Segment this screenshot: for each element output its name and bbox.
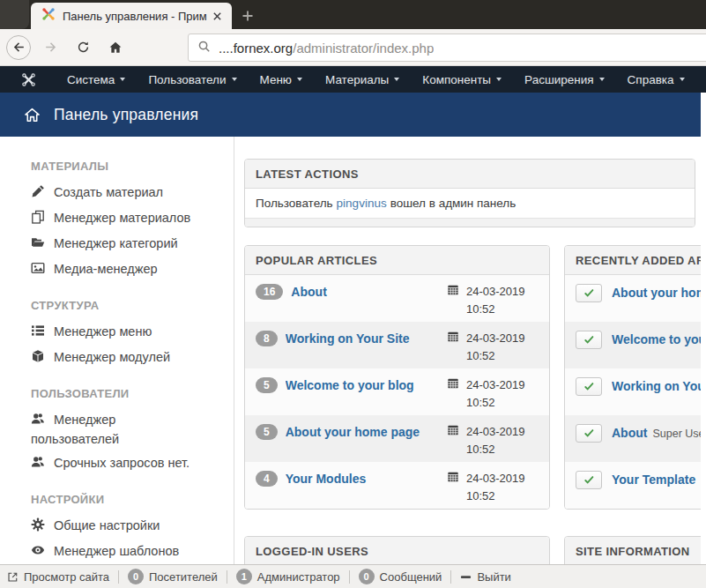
sidebar-section-title: СТРУКТУРА	[31, 299, 216, 312]
panel-latest-actions: LATEST ACTIONS Пользовательpingvinusвоше…	[244, 159, 695, 227]
article-link[interactable]: Your Modules	[286, 471, 447, 486]
time-value: 10:52	[466, 396, 539, 409]
article-date: 24-03-2019 10:52	[447, 284, 539, 316]
menu-system[interactable]: Система	[56, 66, 137, 93]
sidebar-item-label: Менеджер материалов	[54, 211, 190, 225]
panel-popular-articles: POPULAR ARTICLES 16 About 24-03-2019 10:…	[244, 245, 550, 510]
browser-home-button[interactable]	[103, 35, 128, 60]
gear-icon	[31, 517, 46, 536]
article-date: 24-03-2019 10:52	[447, 377, 539, 409]
date-value: 24-03-2019	[466, 331, 525, 345]
divider	[349, 570, 350, 584]
divider	[227, 570, 227, 584]
publish-check-button[interactable]	[576, 471, 602, 489]
sidebar-item-user-manager[interactable]: Менеджер пользователей	[31, 411, 207, 448]
article-link[interactable]: About your home page	[286, 424, 447, 439]
article-link[interactable]: About	[291, 284, 447, 299]
chevron-down-icon	[232, 78, 237, 81]
sidebar-item-new-article[interactable]: Создать материал	[31, 183, 207, 203]
sidebar-item-media-manager[interactable]: Медиа-менеджер	[31, 260, 207, 279]
sidebar-item-category-manager[interactable]: Менеджер категорий	[31, 234, 207, 254]
sidebar-item-label: Медиа-менеджер	[54, 262, 158, 276]
url-bar[interactable]: ....fornex.org/administrator/index.php	[188, 33, 706, 62]
joomla-logo-icon	[21, 72, 36, 87]
menu-help[interactable]: Справка	[616, 66, 696, 93]
article-link[interactable]: About your home page	[612, 286, 706, 300]
calendar-icon	[447, 377, 459, 392]
publish-check-button[interactable]	[576, 331, 602, 349]
menu-menus[interactable]: Меню	[249, 66, 315, 93]
user-link[interactable]: pingvinus	[337, 197, 387, 210]
menu-content[interactable]: Материалы	[314, 66, 411, 93]
eye-icon	[31, 543, 46, 562]
search-icon	[197, 40, 211, 56]
menu-label: Компоненты	[422, 73, 491, 86]
article-text: AboutSuper User	[612, 424, 706, 441]
chevron-down-icon	[120, 78, 125, 81]
hits-badge: 8	[256, 331, 278, 346]
browser-toolbar: ....fornex.org/administrator/index.php	[0, 29, 706, 66]
article-link[interactable]: Your Template	[612, 473, 695, 487]
sidebar-section-title: НАСТРОЙКИ	[31, 493, 216, 506]
visitors-status[interactable]: 0 Посетителей	[128, 569, 218, 584]
sidebar-item-global-configuration[interactable]: Общие настройки	[31, 517, 207, 536]
scrollbar-track[interactable]	[701, 93, 706, 564]
date-value: 24-03-2019	[466, 378, 525, 391]
back-button[interactable]	[6, 35, 31, 60]
recent-article-row: Working on Your Site	[565, 368, 706, 415]
page-title: Панель управления	[54, 106, 198, 124]
visitors-label: Посетителей	[149, 570, 218, 584]
reload-button[interactable]	[71, 35, 95, 60]
browser-tab[interactable]: Панель управления - Прим	[31, 3, 232, 29]
new-tab-button[interactable]	[236, 4, 259, 27]
popular-article-row: 16 About 24-03-2019 10:52	[245, 275, 549, 322]
logout-link[interactable]: Выйти	[460, 570, 511, 584]
sidebar-section-structure: СТРУКТУРА Менеджер меню Менеджер модулей	[31, 299, 216, 368]
sidebar-item-label: Создать материал	[54, 185, 163, 199]
calendar-icon	[447, 331, 459, 346]
article-text: Welcome to your blog	[612, 331, 706, 347]
date-value: 24-03-2019	[466, 472, 525, 485]
latest-action-row: Пользовательpingvinusвошел в админ панел…	[245, 189, 695, 218]
menu-components[interactable]: Компоненты	[411, 66, 513, 93]
sidebar: МАТЕРИАЛЫ Создать материал Менеджер мате…	[0, 137, 234, 564]
article-link[interactable]: Working on Your Site	[286, 331, 447, 346]
calendar-icon	[447, 284, 459, 299]
list-icon	[31, 324, 46, 342]
publish-check-button[interactable]	[576, 377, 602, 396]
divider	[450, 570, 451, 584]
messages-status[interactable]: 0 Сообщений	[359, 569, 442, 584]
menu-users[interactable]: Пользователи	[137, 66, 248, 93]
forward-button[interactable]	[38, 35, 63, 60]
panel-title: LATEST ACTIONS	[245, 160, 695, 189]
publish-check-button[interactable]	[576, 284, 602, 302]
sidebar-item-label: Срочных запросов нет.	[54, 456, 190, 470]
article-link[interactable]: Welcome to your blog	[612, 332, 706, 346]
admins-label: Администратор	[257, 570, 340, 584]
window-control-area[interactable]	[0, 0, 29, 29]
image-icon	[31, 261, 46, 279]
menu-extensions[interactable]: Расширения	[513, 66, 616, 93]
article-text: Working on Your Site	[612, 377, 706, 394]
article-link[interactable]: About	[612, 426, 647, 440]
calendar-icon	[447, 424, 459, 439]
sidebar-item-article-manager[interactable]: Менеджер материалов	[31, 209, 207, 228]
sidebar-item-pending-requests[interactable]: Срочных запросов нет.	[31, 454, 216, 473]
messages-label: Сообщений	[380, 570, 442, 584]
view-site-link[interactable]: Просмотр сайта	[7, 570, 109, 584]
tab-close-icon[interactable]	[209, 8, 225, 24]
action-text-prefix: Пользователь	[256, 197, 333, 210]
publish-check-button[interactable]	[576, 424, 602, 443]
sidebar-item-menu-manager[interactable]: Менеджер меню	[31, 323, 207, 342]
view-site-label: Просмотр сайта	[24, 570, 109, 584]
sidebar-item-module-manager[interactable]: Менеджер модулей	[31, 348, 207, 368]
pencil-icon	[31, 184, 46, 203]
admins-status[interactable]: 1 Администратор	[236, 569, 340, 584]
article-link[interactable]: Working on Your Site	[612, 379, 706, 393]
sidebar-item-template-manager[interactable]: Менеджер шаблонов	[31, 542, 207, 562]
article-link[interactable]: Welcome to your blog	[286, 377, 447, 392]
article-date: 24-03-2019 10:52	[447, 331, 539, 362]
home-icon	[24, 107, 41, 123]
joomla-favicon-icon	[41, 7, 56, 25]
sidebar-item-label: Менеджер категорий	[54, 236, 178, 250]
